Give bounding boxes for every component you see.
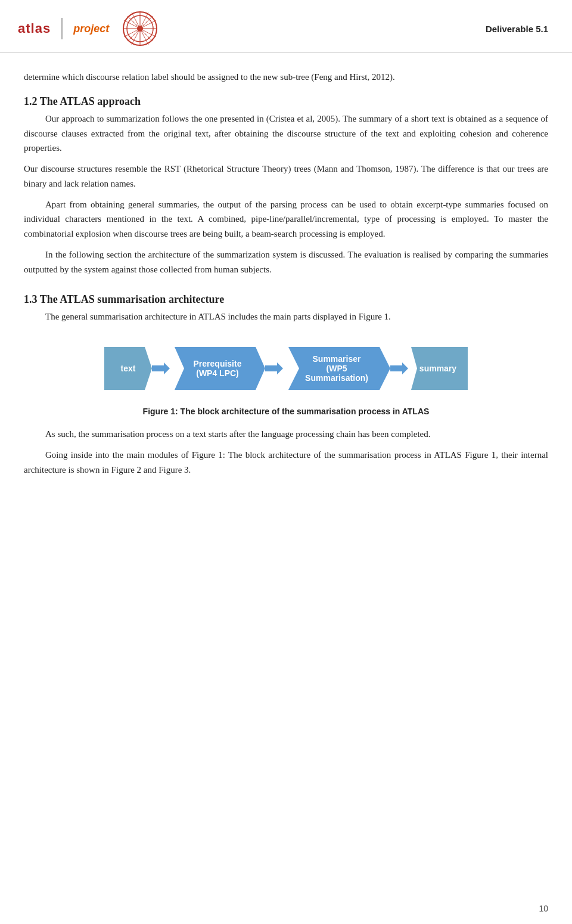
atlas-label: atlas (18, 21, 51, 36)
architecture-diagram: text Prerequisite(WP4 LPC) Summariser(WP… (24, 347, 548, 390)
arrow-2-icon (265, 359, 283, 377)
deliverable-label: Deliverable 5.1 (486, 24, 548, 34)
intro-paragraph: determine which discourse relation label… (24, 70, 548, 85)
page: atlas project Deliverable 5.1 (0, 0, 572, 924)
arrow-3-icon (390, 359, 408, 377)
section-12-para3: Apart from obtaining general summaries, … (24, 197, 548, 241)
svg-point-10 (137, 26, 143, 32)
header-divider (61, 18, 63, 39)
svg-marker-12 (265, 362, 283, 374)
atlas-logo-icon (122, 11, 158, 46)
atlas-logo-text: atlas (18, 21, 51, 36)
diagram-summary-label: summary (419, 364, 456, 373)
main-content: determine which discourse relation label… (0, 53, 572, 501)
figure-caption: Figure 1: The block architecture of the … (24, 407, 548, 416)
arrow-1-icon (152, 359, 170, 377)
diagram-prereq-label: Prerequisite(WP4 LPC) (194, 359, 242, 378)
section-13-heading: 1.3 The ATLAS summarisation architecture (24, 293, 548, 306)
section-13-para2: As such, the summarisation process on a … (24, 427, 548, 442)
page-header: atlas project Deliverable 5.1 (0, 0, 572, 53)
section-13-para1: The general summarisation architecture i… (24, 309, 548, 324)
section-12-para1: Our approach to summarization follows th… (24, 111, 548, 156)
section-13-para3: Going inside into the main modules of Fi… (24, 448, 548, 477)
section-12-para2: Our discourse structures resemble the RS… (24, 162, 548, 191)
section-12-para4: In the following section the architectur… (24, 247, 548, 277)
section-12-heading: 1.2 The ATLAS approach (24, 95, 548, 108)
diagram-summariser-box: Summariser(WP5 Summarisation) (283, 347, 390, 390)
header-left: atlas project (18, 11, 158, 46)
svg-marker-11 (152, 362, 170, 374)
diagram-prereq-box: Prerequisite(WP4 LPC) (170, 347, 265, 390)
diagram-summary-box: summary (408, 347, 468, 390)
project-label: project (73, 23, 109, 35)
diagram-text-label: text (121, 364, 136, 373)
diagram-summ-label: Summariser(WP5 Summarisation) (294, 354, 380, 383)
page-number: 10 (539, 904, 548, 913)
diagram-text-box: text (104, 347, 152, 390)
svg-marker-13 (390, 362, 408, 374)
